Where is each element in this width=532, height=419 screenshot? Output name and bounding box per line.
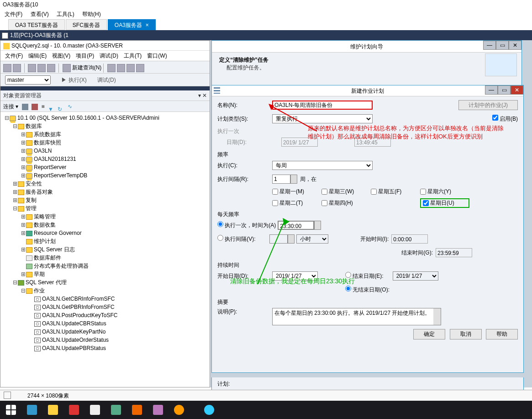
maximize-icon[interactable]: ▭ [496,41,509,50]
main-menu[interactable]: 文件(F) 查看(V) 工具(L) 帮助(H) [0,9,532,19]
nav-back-icon[interactable] [3,64,11,72]
group-duration: 持续时间 [217,261,518,269]
end-time: 23:59:59 [436,248,472,257]
taskbar-app5[interactable] [106,402,126,418]
database-select[interactable]: master [5,75,51,85]
menu-view[interactable]: 查看(V) [31,11,49,17]
object-explorer-toolbar[interactable]: 连接 ▾ ■ ▼ ↻ ∿ [0,101,210,112]
dialog-title: 新建作业计划 — ▭ ✕ [212,85,523,96]
nav-fwd-icon[interactable] [13,64,21,72]
spinner-icon[interactable] [290,175,297,184]
tab-sfc[interactable]: SFC服务器 [66,19,107,30]
close-icon[interactable]: ✕ [511,85,523,95]
save-icon[interactable] [37,64,46,72]
filter-icon[interactable]: ▼ [48,104,54,110]
debug-button[interactable]: 调试(D) [97,77,116,83]
taskbar[interactable] [0,401,532,419]
lbl-exec: 执行(C): [217,162,272,170]
save-all-icon[interactable] [47,64,55,72]
jobs-in-plan-button: 计划中的作业(J) [458,100,518,110]
taskbar-app2[interactable] [43,402,63,418]
object-explorer-title: 对象资源管理器▾ ✕ [0,90,210,101]
plug-icon[interactable] [22,104,28,110]
refresh-icon[interactable]: ↻ [58,104,64,110]
wizard-subtitle: 配置维护任务。 [226,64,514,72]
ssms-toolbar1[interactable]: 新建查询(N) [0,61,210,74]
taskbar-app4[interactable] [85,402,105,418]
name-input[interactable] [272,101,373,110]
cb-fri[interactable]: 星期五(F) [371,188,420,196]
lbl-plan: 计划: [217,380,518,388]
start-time: 0:00:00 [391,234,428,244]
lbl-plan-type: 计划类型(S): [217,115,272,123]
cb-wed[interactable]: 星期三(W) [321,188,371,196]
ssms-menu[interactable]: 文件(F)编辑(E)视图(V)项目(P)调试(D)工具(T)窗口(W) [0,51,210,61]
cb-mon[interactable]: 星期一(M) [272,188,321,196]
start-button[interactable] [1,402,21,418]
agent-icon [18,280,24,286]
wizard-heading: 定义“清除维护”任务 [219,56,514,64]
new-query-button[interactable]: 新建查询(N) [72,64,102,71]
connect-button[interactable]: 连接 ▾ [3,103,18,110]
tab-oa3[interactable]: OA3服务器× [108,19,156,30]
menu-tools[interactable]: 工具(L) [57,11,74,17]
lbl-interval: 执行间隔(R): [217,175,272,183]
document-tab[interactable]: 1层(PC1)-OA3服务器 (1 [0,30,532,40]
taskbar-app1[interactable] [22,402,42,418]
sql-file-icon [3,43,10,49]
ok-button[interactable]: 确定 [413,329,445,339]
scrollbar[interactable] [433,308,441,325]
tab-oa3-test[interactable]: OA3 TEST服务器 [8,19,65,30]
group-summary: 摘要 [217,298,518,306]
exec-select[interactable]: 每周 [272,161,373,170]
plan-type-select[interactable]: 重复执行 [272,114,373,123]
lbl-date-once: 日期(D): [226,138,281,146]
weekday-selector: 星期一(M) 星期三(W) 星期五(F) 星期六(Y) 星期二(T) 星期四(H… [272,188,518,208]
cancel-button[interactable]: 取消 [450,329,482,339]
ssms-window: SQLQuery2.sql - 10. 0.master (OA3-SERVER… [0,40,210,387]
open-icon[interactable] [28,64,36,72]
minimize-icon[interactable]: — [483,41,496,50]
rb-no-end[interactable]: 无结束日期(O): [345,286,390,294]
help-button[interactable]: 帮助 [486,329,518,339]
minimize-icon[interactable]: — [485,85,498,95]
execute-button[interactable]: ▶ 执行(X) [61,77,86,83]
taskbar-app6[interactable] [127,402,147,418]
schedule-dialog: 新建作业计划 — ▭ ✕ 名称(N): 计划中的作业(J) 计划类型(S): 重… [211,85,524,373]
taskbar-app8[interactable] [169,402,189,418]
database-icon [26,149,32,154]
rb-every[interactable]: 执行间隔(V): [217,235,256,243]
disconnect-icon[interactable] [32,104,38,110]
new-query-icon[interactable] [63,64,71,72]
status-bar: 2744 × 1080像素 [0,390,532,401]
rb-once[interactable]: 执行一次，时间为(A) [217,221,276,229]
ssms-title: SQLQuery2.sql - 10. 0.master (OA3-SERVER [0,41,210,51]
taskbar-app9[interactable] [199,402,219,418]
taskbar-app7[interactable] [148,402,168,418]
once-time-input[interactable]: 23:30:00 [278,221,314,230]
schedule-icon [214,87,220,94]
maximize-icon[interactable]: ▭ [498,85,511,95]
wizard-art [485,53,517,76]
dimensions-icon [4,392,11,399]
server-icon [10,116,16,121]
wizard-title: 维护计划向导 — ▭ ✕ [212,41,521,53]
menu-help[interactable]: 帮助(H) [82,11,101,17]
cb-sun[interactable]: 星期日(U) [420,198,469,208]
folder-icon [18,124,24,129]
ssms-toolbar2[interactable]: master ▶ 执行(X) 调试(D) [0,74,210,86]
cb-thu[interactable]: 星期四(H) [321,198,371,208]
dtc-icon [26,264,32,269]
cb-sat[interactable]: 星期六(Y) [420,188,469,196]
mail-icon [26,255,32,261]
job-icon: □ [34,297,41,302]
app-icon [2,32,8,39]
enabled-checkbox[interactable]: 启用(B) [492,115,518,123]
menu-file[interactable]: 文件(F) [5,11,22,17]
cb-tue[interactable]: 星期二(T) [272,198,321,208]
interval-input[interactable] [272,175,290,184]
taskbar-app3[interactable] [64,402,84,418]
object-explorer-tree[interactable]: ⊟10.1 00 (SQL Server 10.50.1600.1 - OA3-… [0,112,210,387]
close-icon[interactable]: × [146,22,149,28]
close-icon[interactable]: ✕ [509,41,521,50]
